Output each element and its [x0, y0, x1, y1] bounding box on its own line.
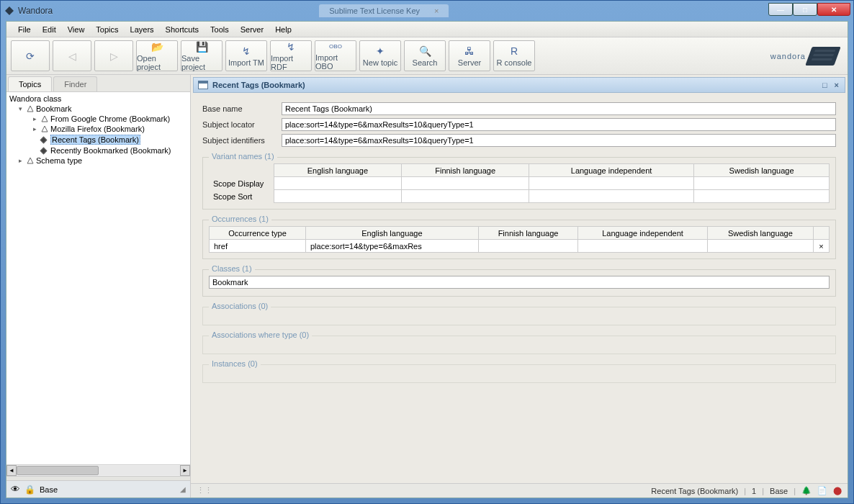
status-count: 1 [752, 487, 756, 495]
subject-identifiers-input[interactable] [282, 134, 836, 147]
occ-en-cell[interactable]: place:sort=14&type=6&maxRes [306, 240, 479, 253]
import-rdf-button[interactable]: ↯Import RDF [270, 40, 312, 71]
tab-finder[interactable]: Finder [53, 76, 97, 91]
import-obo-label: Import OBO [315, 53, 356, 71]
import-tm-icon: ↯ [241, 45, 252, 57]
variant-grid[interactable]: English language Finnish language Langua… [209, 163, 830, 203]
scroll-right-icon[interactable]: ► [180, 465, 190, 476]
tree-recent-tags[interactable]: Recent Tags (Bookmark) [6, 134, 190, 145]
cell[interactable] [402, 177, 529, 190]
status-doc-icon[interactable]: 📄 [817, 486, 827, 495]
menu-help[interactable]: Help [269, 23, 297, 36]
forward-button[interactable]: ▷ [94, 40, 133, 71]
cell[interactable] [274, 177, 402, 190]
expand-icon[interactable]: ▸ [17, 157, 24, 164]
cell[interactable] [707, 240, 813, 253]
resize-grip-icon[interactable]: ◢ [180, 485, 186, 493]
tree-bookmark[interactable]: ▾Bookmark [6, 104, 190, 114]
app-icon [4, 5, 15, 17]
expand-icon[interactable]: ▸ [31, 125, 39, 132]
tab-topics[interactable]: Topics [8, 76, 52, 91]
import-obo-button[interactable]: OBOImport OBO [315, 40, 356, 71]
tree-root[interactable]: Wandora class [6, 94, 190, 104]
menu-server[interactable]: Server [235, 23, 269, 36]
menu-shortcuts[interactable]: Shortcuts [160, 23, 204, 36]
close-button[interactable]: ✕ [817, 3, 850, 16]
panel-close-icon[interactable]: × [833, 81, 840, 89]
maximize-button[interactable]: □ [793, 3, 817, 16]
cell[interactable] [529, 177, 693, 190]
server-label: Server [458, 58, 481, 67]
menu-file[interactable]: File [12, 23, 37, 36]
tree-chrome[interactable]: ▸From Google Chrome (Bookmark) [6, 114, 190, 124]
svg-marker-2 [42, 116, 48, 122]
menu-tools[interactable]: Tools [204, 23, 235, 36]
base-name-input[interactable] [282, 102, 836, 115]
col-occ-type[interactable]: Occurrence type [210, 227, 306, 240]
tree-scrollbar[interactable]: ◄ ► [6, 464, 190, 476]
save-project-button[interactable]: 💾Save project [181, 40, 223, 71]
col-english[interactable]: English language [274, 164, 402, 177]
scroll-left-icon[interactable]: ◄ [6, 465, 17, 476]
cell[interactable] [578, 240, 708, 253]
col-swedish[interactable]: Swedish language [694, 164, 830, 177]
cell[interactable] [274, 190, 402, 203]
menu-layers[interactable]: Layers [125, 23, 160, 36]
tree-firefox[interactable]: ▸Mozilla Firefox (Bookmark) [6, 124, 190, 134]
cell[interactable] [694, 190, 830, 203]
triangle-icon [41, 115, 48, 122]
occurrences-grid[interactable]: Occurrence type English language Finnish… [209, 226, 830, 253]
col-finnish[interactable]: Finnish language [402, 164, 529, 177]
minimize-button[interactable]: — [768, 3, 793, 16]
class-value[interactable]: Bookmark [209, 276, 830, 289]
scroll-thumb[interactable] [17, 466, 99, 475]
classes-section: Classes (1) Bookmark [202, 269, 836, 297]
occ-type-cell[interactable]: href [210, 240, 306, 253]
status-tree-icon[interactable]: 🌲 [801, 486, 812, 495]
lock-icon[interactable]: 🔒 [24, 485, 35, 495]
subject-locator-input[interactable] [282, 118, 836, 131]
col-close [814, 227, 830, 240]
layer-bar: 👁 🔒 Base ◢ [6, 480, 190, 498]
cell[interactable] [402, 190, 529, 203]
diamond-icon [40, 147, 48, 154]
base-name-label: Base name [202, 104, 282, 113]
cell[interactable] [529, 190, 693, 203]
occ-remove-button[interactable]: × [814, 240, 830, 253]
topic-tree[interactable]: Wandora class ▾Bookmark ▸From Google Chr… [6, 92, 190, 464]
tree-schema[interactable]: ▸Schema type [6, 156, 190, 166]
panel-icon [198, 81, 208, 89]
search-button[interactable]: 🔍Search [404, 40, 446, 71]
subject-locator-label: Subject locator [202, 120, 282, 129]
expand-icon[interactable]: ▸ [31, 115, 39, 122]
col-lang-indep[interactable]: Language independent [578, 227, 708, 240]
triangle-icon [41, 125, 48, 132]
import-tm-button[interactable]: ↯Import TM [225, 40, 267, 71]
col-english[interactable]: English language [306, 227, 479, 240]
menu-topics[interactable]: Topics [90, 23, 124, 36]
layer-name[interactable]: Base [40, 485, 176, 494]
status-rec-icon[interactable]: ⬤ [833, 486, 842, 495]
new-topic-button[interactable]: ✦New topic [359, 40, 401, 71]
row-scope-display: Scope Display [209, 177, 274, 190]
back-button[interactable]: ◁ [53, 40, 91, 71]
menu-view[interactable]: View [62, 23, 91, 36]
triangle-icon [27, 157, 34, 164]
collapse-icon[interactable]: ▾ [17, 105, 24, 112]
tree-recently-bookmarked[interactable]: Recently Bookmarked (Bookmark) [6, 145, 190, 156]
instances-section: Instances (0) [202, 364, 836, 383]
menu-edit[interactable]: Edit [37, 23, 62, 36]
col-swedish[interactable]: Swedish language [707, 227, 813, 240]
brand-text: wandora [770, 52, 806, 60]
server-button[interactable]: 🖧Server [449, 40, 490, 71]
associations-title: Associations (0) [209, 302, 271, 310]
r-console-button[interactable]: RR console [493, 40, 535, 71]
col-lang-indep[interactable]: Language independent [529, 164, 693, 177]
eye-icon[interactable]: 👁 [11, 484, 20, 495]
cell[interactable] [478, 240, 577, 253]
panel-maximize-icon[interactable]: □ [821, 81, 829, 89]
col-finnish[interactable]: Finnish language [478, 227, 577, 240]
cell[interactable] [694, 177, 830, 190]
refresh-button[interactable]: ⟳ [11, 40, 50, 71]
open-project-button[interactable]: 📂Open project [136, 40, 178, 71]
